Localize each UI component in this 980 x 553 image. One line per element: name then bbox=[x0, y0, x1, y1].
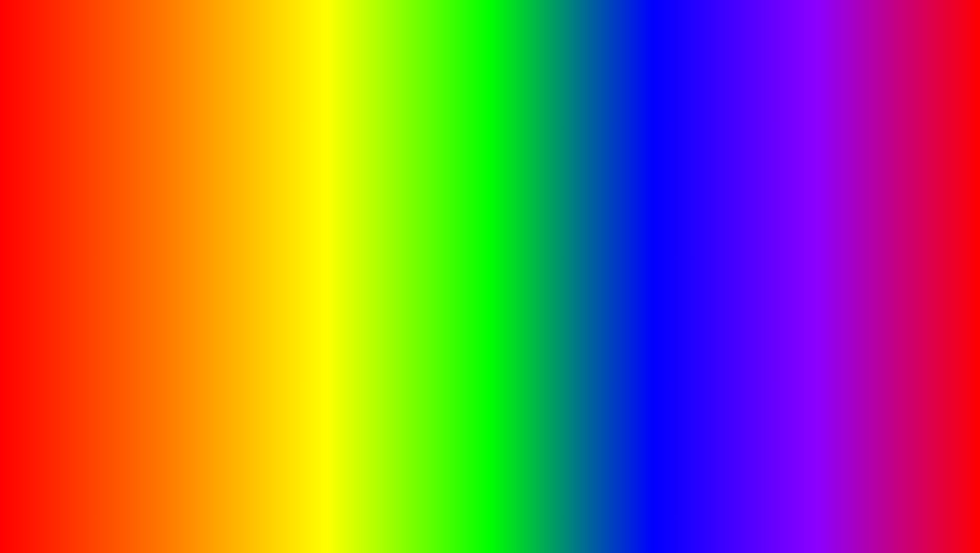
double-quest-label: Double Quest bbox=[111, 243, 157, 251]
spam-skill-row[interactable]: Spam Skill Option Z ▲ bbox=[494, 245, 697, 266]
right-sidebar-upgrade-weapon[interactable]: ⚙️ Upgrade Weapon bbox=[435, 248, 493, 272]
right-sidebar: ◇ Main ▦ Status Server 🏠 Main Farm 📍 Tel… bbox=[435, 169, 494, 362]
mastery-farm-option-toggle[interactable]: ✓ bbox=[678, 227, 689, 238]
choose-method-row[interactable]: Choose Method To Farm Level ▲ bbox=[103, 169, 311, 190]
sidebar-item-webhook[interactable]: 🔗 Webhook bbox=[37, 265, 102, 282]
double-quest-row[interactable]: Double Quest bbox=[103, 235, 311, 259]
sidebar-item-v4-upgrade[interactable]: ✦ V4 Upgrade bbox=[37, 231, 102, 248]
card-dots-icon: ··· bbox=[248, 268, 254, 276]
avatar-label: Sky bbox=[61, 327, 73, 334]
type-mastery-value: Devil Fruit ▲ bbox=[650, 176, 689, 184]
spam-skill-chevron-icon: ▲ bbox=[683, 252, 689, 259]
sidebar-item-setting[interactable]: ⚙️ Setting bbox=[37, 298, 102, 315]
right-shop-icon: 🛒 bbox=[442, 301, 450, 309]
shop-icon: 🛒 bbox=[44, 253, 52, 260]
raid-icon: ⚔️ bbox=[44, 286, 52, 294]
right-sidebar-v4[interactable]: ✦ V4 Upgrade bbox=[435, 272, 493, 297]
item-cards-row: elected Material x1 ⚓ MonsterMagnet Mate… bbox=[103, 259, 311, 335]
right-gui-title: Hirimi Hub X bbox=[441, 156, 487, 164]
v4-icon: ✦ bbox=[44, 236, 49, 244]
home-icon: 🏠 bbox=[44, 178, 52, 186]
player-aura-label: Player Aura bbox=[502, 284, 541, 292]
farm-selected-label: Farm Selected bbox=[111, 219, 159, 227]
monster-magnet-name: MonsterMagnet bbox=[132, 311, 156, 326]
mastery-farm-option-label: Mastery Farm Option bbox=[502, 229, 573, 237]
teleport-icon: 📍 bbox=[44, 195, 52, 202]
player-arua-section-header: Player Arua bbox=[494, 266, 697, 276]
sidebar-item-teleport[interactable]: 📍 Teleport bbox=[37, 190, 102, 207]
right-sidebar-label-shop: Shop bbox=[454, 301, 469, 309]
weapon-chevron-up-icon: ▲ bbox=[297, 197, 303, 204]
sidebar-label-raid: Raid bbox=[55, 286, 69, 294]
type-mastery-label: Type Mastery Farm bbox=[502, 176, 566, 184]
right-sidebar-label-teleport: Teleport bbox=[454, 236, 477, 244]
right-sidebar-label-webhook: Webhook bbox=[454, 318, 482, 326]
left-gui-close-button[interactable]: × bbox=[295, 155, 305, 165]
right-sidebar-status-server[interactable]: ▦ Status Server bbox=[435, 190, 493, 215]
webhook-icon: 🔗 bbox=[44, 269, 52, 277]
spam-skill-value: Z ▲ bbox=[676, 252, 689, 259]
sidebar-item-main-farm[interactable]: 🏠 Main Farm bbox=[37, 174, 102, 190]
farm-selected-row[interactable]: Farm Selected bbox=[103, 211, 311, 235]
left-gui-content: Choose Method To Farm Level ▲ Select You… bbox=[103, 169, 311, 346]
right-v4-icon: ✦ bbox=[442, 281, 448, 289]
double-quest-toggle[interactable] bbox=[292, 241, 303, 252]
update-label: UPDATE bbox=[204, 484, 384, 536]
left-sidebar: 🏠 Main Farm 📍 Teleport ⚔️ Upgrade Weapon… bbox=[37, 169, 103, 346]
choose-method-text: Level bbox=[278, 176, 294, 184]
right-sidebar-main[interactable]: ◇ Main bbox=[435, 174, 493, 190]
health-input[interactable] bbox=[502, 206, 689, 219]
main-title: BLOX FRUITS bbox=[0, 9, 980, 89]
health-section: % Health to send skill bbox=[494, 190, 697, 221]
type-mastery-text: Devil Fruit bbox=[650, 176, 680, 184]
player-aura-row[interactable]: Player Aura bbox=[494, 276, 697, 300]
sidebar-label-v4: V4 Upgrade bbox=[53, 236, 88, 244]
left-gui-body: 🏠 Main Farm 📍 Teleport ⚔️ Upgrade Weapon… bbox=[37, 169, 311, 346]
weapon-type-value: Melee ▲ bbox=[276, 197, 303, 204]
logo-fruits: FRUITS bbox=[886, 519, 952, 540]
bottom-right-logo: 💀 BLX FRUITS bbox=[852, 498, 952, 540]
script-label: SCRIPT bbox=[453, 489, 587, 531]
left-gui-minimize-button[interactable]: − bbox=[281, 155, 291, 165]
sidebar-item-shop[interactable]: 🛒 Shop bbox=[37, 248, 102, 265]
farm-selected-toggle[interactable] bbox=[292, 217, 303, 228]
weapon-type-row[interactable]: Select Your Weapon Type Melee ▲ bbox=[103, 190, 311, 211]
weapon-type-text: Melee bbox=[276, 197, 294, 204]
sidebar-item-upgrade-weapon[interactable]: ⚔️ Upgrade Weapon bbox=[37, 207, 102, 231]
right-avatar: 👤 bbox=[442, 339, 456, 353]
bottom-text-row: UPDATE 20 SCRIPT PASTEBIN bbox=[0, 480, 980, 539]
right-gui-close-button[interactable]: × bbox=[681, 155, 691, 165]
right-sidebar-label-v4: V4 Upgrade bbox=[451, 277, 486, 292]
right-gui-minimize-button[interactable]: − bbox=[667, 155, 677, 165]
chevron-up-icon: ▲ bbox=[297, 176, 303, 183]
monster-magnet-card[interactable]: Material x1 ⚓ MonsterMagnet bbox=[111, 264, 177, 330]
item1-badge: Material x1 bbox=[116, 268, 137, 280]
player-aura-toggle[interactable] bbox=[678, 282, 689, 293]
pastebin-label: PASTEBIN bbox=[594, 489, 776, 531]
status-icon: ▦ bbox=[442, 199, 448, 206]
right-sidebar-main-farm[interactable]: 🏠 Main Farm bbox=[435, 215, 493, 231]
setting-icon: ⚙️ bbox=[44, 303, 52, 310]
sidebar-label-upgrade-weapon: Upgrade Weapon bbox=[55, 212, 95, 227]
spam-skill-label: Spam Skill Option bbox=[502, 251, 563, 259]
type-mastery-chevron-icon: ▲ bbox=[683, 176, 689, 183]
sidebar-avatar-item[interactable]: 👤 Sky bbox=[37, 315, 102, 342]
right-home-icon: 🏠 bbox=[442, 219, 450, 227]
sidebar-item-raid[interactable]: ⚔️ Raid bbox=[37, 282, 102, 298]
right-gui-window: Hirimi Hub X − × ◇ Main ▦ Status Server … bbox=[434, 150, 698, 363]
right-sidebar-teleport[interactable]: 📍 Teleport bbox=[435, 231, 493, 248]
sidebar-label-webhook: Webhook bbox=[55, 269, 83, 277]
sidebar-label-main-farm: Main Farm bbox=[55, 178, 87, 186]
mastery-farm-option-row[interactable]: Mastery Farm Option ✓ bbox=[494, 221, 697, 245]
right-gui-controls: − × bbox=[667, 155, 691, 165]
avatar: 👤 bbox=[44, 323, 58, 337]
right-sidebar-webhook[interactable]: 🔗 Webhook bbox=[435, 314, 493, 330]
right-teleport-icon: 📍 bbox=[442, 236, 450, 244]
right-webhook-icon: 🔗 bbox=[442, 318, 450, 326]
right-gui-body: ◇ Main ▦ Status Server 🏠 Main Farm 📍 Tel… bbox=[435, 169, 697, 362]
type-mastery-row[interactable]: Type Mastery Farm Devil Fruit ▲ bbox=[494, 169, 697, 190]
right-sidebar-shop[interactable]: 🛒 Shop bbox=[435, 297, 493, 314]
update-number: 20 bbox=[391, 480, 447, 539]
selected-text: elected bbox=[198, 280, 209, 315]
right-sidebar-avatar-item[interactable]: 👤 Sky bbox=[435, 334, 493, 358]
